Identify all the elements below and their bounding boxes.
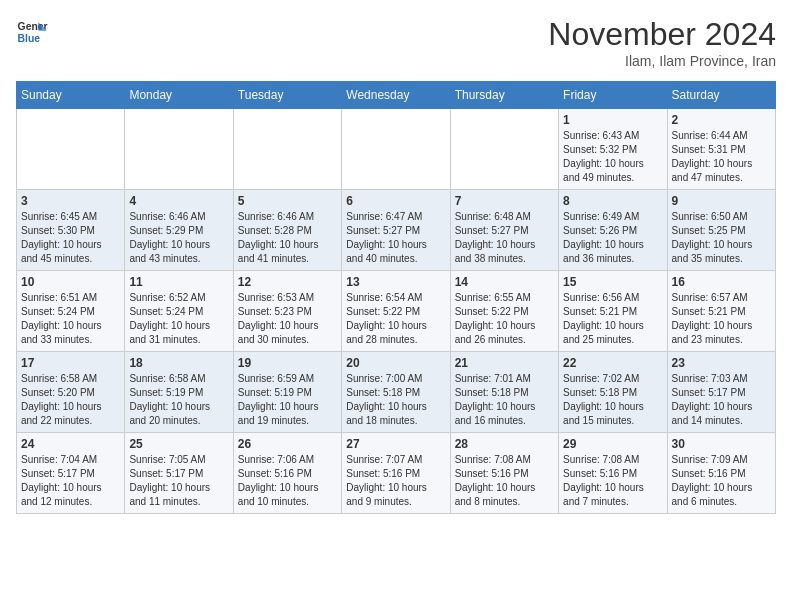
calendar-week-0: 1Sunrise: 6:43 AM Sunset: 5:32 PM Daylig… (17, 109, 776, 190)
day-number: 6 (346, 194, 445, 208)
day-info: Sunrise: 7:09 AM Sunset: 5:16 PM Dayligh… (672, 453, 771, 509)
day-info: Sunrise: 6:47 AM Sunset: 5:27 PM Dayligh… (346, 210, 445, 266)
calendar-cell: 15Sunrise: 6:56 AM Sunset: 5:21 PM Dayli… (559, 271, 667, 352)
calendar-week-3: 17Sunrise: 6:58 AM Sunset: 5:20 PM Dayli… (17, 352, 776, 433)
calendar-cell: 8Sunrise: 6:49 AM Sunset: 5:26 PM Daylig… (559, 190, 667, 271)
day-number: 11 (129, 275, 228, 289)
day-info: Sunrise: 6:59 AM Sunset: 5:19 PM Dayligh… (238, 372, 337, 428)
calendar-cell: 21Sunrise: 7:01 AM Sunset: 5:18 PM Dayli… (450, 352, 558, 433)
day-number: 23 (672, 356, 771, 370)
svg-text:Blue: Blue (18, 33, 41, 44)
day-number: 13 (346, 275, 445, 289)
calendar-cell: 7Sunrise: 6:48 AM Sunset: 5:27 PM Daylig… (450, 190, 558, 271)
calendar-cell: 14Sunrise: 6:55 AM Sunset: 5:22 PM Dayli… (450, 271, 558, 352)
weekday-header-monday: Monday (125, 82, 233, 109)
calendar-week-4: 24Sunrise: 7:04 AM Sunset: 5:17 PM Dayli… (17, 433, 776, 514)
calendar-cell: 27Sunrise: 7:07 AM Sunset: 5:16 PM Dayli… (342, 433, 450, 514)
logo: General Blue (16, 16, 48, 48)
weekday-header-row: SundayMondayTuesdayWednesdayThursdayFrid… (17, 82, 776, 109)
title-block: November 2024 Ilam, Ilam Province, Iran (548, 16, 776, 69)
day-number: 19 (238, 356, 337, 370)
calendar-cell: 3Sunrise: 6:45 AM Sunset: 5:30 PM Daylig… (17, 190, 125, 271)
calendar-cell: 9Sunrise: 6:50 AM Sunset: 5:25 PM Daylig… (667, 190, 775, 271)
day-number: 4 (129, 194, 228, 208)
calendar-cell: 25Sunrise: 7:05 AM Sunset: 5:17 PM Dayli… (125, 433, 233, 514)
weekday-header-friday: Friday (559, 82, 667, 109)
location: Ilam, Ilam Province, Iran (548, 53, 776, 69)
day-info: Sunrise: 7:04 AM Sunset: 5:17 PM Dayligh… (21, 453, 120, 509)
calendar-body: 1Sunrise: 6:43 AM Sunset: 5:32 PM Daylig… (17, 109, 776, 514)
day-number: 20 (346, 356, 445, 370)
day-number: 5 (238, 194, 337, 208)
day-number: 21 (455, 356, 554, 370)
weekday-header-thursday: Thursday (450, 82, 558, 109)
calendar-cell: 4Sunrise: 6:46 AM Sunset: 5:29 PM Daylig… (125, 190, 233, 271)
day-info: Sunrise: 6:46 AM Sunset: 5:29 PM Dayligh… (129, 210, 228, 266)
calendar-cell: 11Sunrise: 6:52 AM Sunset: 5:24 PM Dayli… (125, 271, 233, 352)
calendar-cell: 2Sunrise: 6:44 AM Sunset: 5:31 PM Daylig… (667, 109, 775, 190)
calendar-cell (233, 109, 341, 190)
calendar-cell: 28Sunrise: 7:08 AM Sunset: 5:16 PM Dayli… (450, 433, 558, 514)
calendar-cell (17, 109, 125, 190)
day-number: 1 (563, 113, 662, 127)
calendar-cell (342, 109, 450, 190)
day-info: Sunrise: 6:49 AM Sunset: 5:26 PM Dayligh… (563, 210, 662, 266)
day-number: 18 (129, 356, 228, 370)
calendar-cell: 13Sunrise: 6:54 AM Sunset: 5:22 PM Dayli… (342, 271, 450, 352)
day-number: 7 (455, 194, 554, 208)
day-info: Sunrise: 7:01 AM Sunset: 5:18 PM Dayligh… (455, 372, 554, 428)
day-info: Sunrise: 6:44 AM Sunset: 5:31 PM Dayligh… (672, 129, 771, 185)
calendar-cell: 20Sunrise: 7:00 AM Sunset: 5:18 PM Dayli… (342, 352, 450, 433)
day-info: Sunrise: 6:48 AM Sunset: 5:27 PM Dayligh… (455, 210, 554, 266)
day-info: Sunrise: 6:51 AM Sunset: 5:24 PM Dayligh… (21, 291, 120, 347)
day-number: 15 (563, 275, 662, 289)
calendar-cell: 5Sunrise: 6:46 AM Sunset: 5:28 PM Daylig… (233, 190, 341, 271)
day-number: 2 (672, 113, 771, 127)
day-number: 26 (238, 437, 337, 451)
day-number: 30 (672, 437, 771, 451)
day-info: Sunrise: 7:02 AM Sunset: 5:18 PM Dayligh… (563, 372, 662, 428)
calendar-cell: 23Sunrise: 7:03 AM Sunset: 5:17 PM Dayli… (667, 352, 775, 433)
page-header: General Blue November 2024 Ilam, Ilam Pr… (16, 16, 776, 69)
calendar-week-2: 10Sunrise: 6:51 AM Sunset: 5:24 PM Dayli… (17, 271, 776, 352)
day-info: Sunrise: 6:50 AM Sunset: 5:25 PM Dayligh… (672, 210, 771, 266)
calendar-cell: 17Sunrise: 6:58 AM Sunset: 5:20 PM Dayli… (17, 352, 125, 433)
weekday-header-tuesday: Tuesday (233, 82, 341, 109)
calendar-table: SundayMondayTuesdayWednesdayThursdayFrid… (16, 81, 776, 514)
day-info: Sunrise: 7:08 AM Sunset: 5:16 PM Dayligh… (455, 453, 554, 509)
calendar-cell: 10Sunrise: 6:51 AM Sunset: 5:24 PM Dayli… (17, 271, 125, 352)
day-number: 27 (346, 437, 445, 451)
calendar-cell (450, 109, 558, 190)
day-info: Sunrise: 7:06 AM Sunset: 5:16 PM Dayligh… (238, 453, 337, 509)
day-info: Sunrise: 7:05 AM Sunset: 5:17 PM Dayligh… (129, 453, 228, 509)
day-number: 10 (21, 275, 120, 289)
day-number: 29 (563, 437, 662, 451)
calendar-cell: 6Sunrise: 6:47 AM Sunset: 5:27 PM Daylig… (342, 190, 450, 271)
day-info: Sunrise: 7:07 AM Sunset: 5:16 PM Dayligh… (346, 453, 445, 509)
day-number: 3 (21, 194, 120, 208)
day-info: Sunrise: 6:46 AM Sunset: 5:28 PM Dayligh… (238, 210, 337, 266)
day-info: Sunrise: 6:43 AM Sunset: 5:32 PM Dayligh… (563, 129, 662, 185)
day-info: Sunrise: 6:58 AM Sunset: 5:20 PM Dayligh… (21, 372, 120, 428)
day-number: 12 (238, 275, 337, 289)
day-info: Sunrise: 6:53 AM Sunset: 5:23 PM Dayligh… (238, 291, 337, 347)
calendar-cell: 24Sunrise: 7:04 AM Sunset: 5:17 PM Dayli… (17, 433, 125, 514)
svg-text:General: General (18, 21, 48, 32)
calendar-cell: 30Sunrise: 7:09 AM Sunset: 5:16 PM Dayli… (667, 433, 775, 514)
calendar-cell (125, 109, 233, 190)
calendar-cell: 18Sunrise: 6:58 AM Sunset: 5:19 PM Dayli… (125, 352, 233, 433)
calendar-cell: 22Sunrise: 7:02 AM Sunset: 5:18 PM Dayli… (559, 352, 667, 433)
day-number: 9 (672, 194, 771, 208)
weekday-header-saturday: Saturday (667, 82, 775, 109)
day-info: Sunrise: 7:00 AM Sunset: 5:18 PM Dayligh… (346, 372, 445, 428)
day-info: Sunrise: 6:56 AM Sunset: 5:21 PM Dayligh… (563, 291, 662, 347)
weekday-header-wednesday: Wednesday (342, 82, 450, 109)
day-info: Sunrise: 6:54 AM Sunset: 5:22 PM Dayligh… (346, 291, 445, 347)
day-info: Sunrise: 6:45 AM Sunset: 5:30 PM Dayligh… (21, 210, 120, 266)
calendar-cell: 12Sunrise: 6:53 AM Sunset: 5:23 PM Dayli… (233, 271, 341, 352)
calendar-cell: 29Sunrise: 7:08 AM Sunset: 5:16 PM Dayli… (559, 433, 667, 514)
day-info: Sunrise: 6:58 AM Sunset: 5:19 PM Dayligh… (129, 372, 228, 428)
day-info: Sunrise: 7:03 AM Sunset: 5:17 PM Dayligh… (672, 372, 771, 428)
day-number: 22 (563, 356, 662, 370)
calendar-header: SundayMondayTuesdayWednesdayThursdayFrid… (17, 82, 776, 109)
